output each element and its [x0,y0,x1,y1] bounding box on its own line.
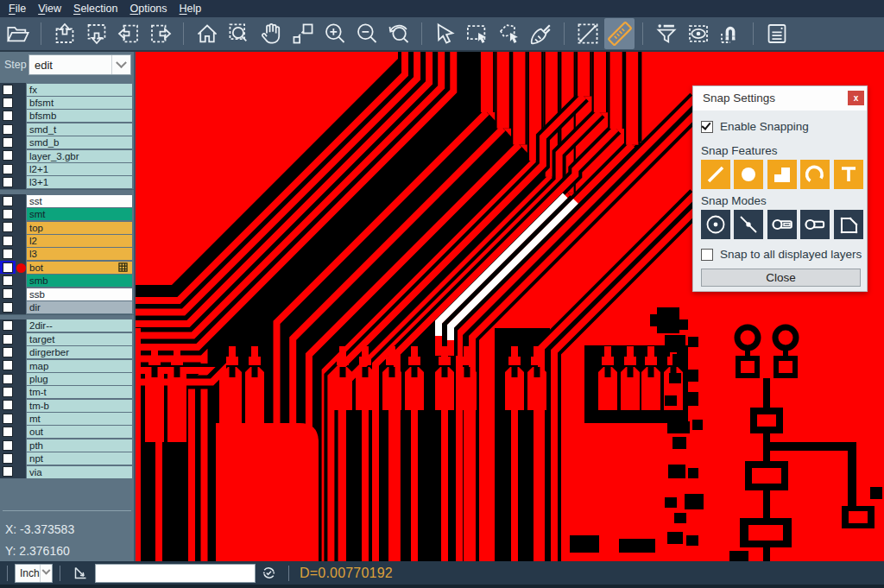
layer-row-pth[interactable]: pth [0,439,134,452]
menu-selection[interactable]: Selection [67,0,123,17]
layer-name[interactable]: target [27,333,132,345]
layer-row-bfsmb[interactable]: bfsmb [0,110,134,123]
layer-checkbox[interactable] [3,222,13,232]
layer-checkbox[interactable] [3,124,13,135]
layer-row-l2[interactable]: l2 [0,234,134,247]
layer-checkbox[interactable] [3,236,13,246]
layer-checkbox[interactable] [3,360,13,370]
enable-snapping-checkbox[interactable] [701,121,713,133]
import-top-icon[interactable] [49,18,79,49]
layer-checkbox[interactable] [3,150,13,161]
close-button[interactable]: Close [701,269,861,287]
import-left-icon[interactable] [113,18,143,49]
zoom-selection-icon[interactable] [287,18,318,49]
layer-row-dir[interactable]: dir [0,300,134,313]
clear-selection-icon[interactable] [526,18,556,49]
layer-checkbox[interactable] [3,98,13,108]
layer-name[interactable]: smd_b [27,136,132,149]
layer-name[interactable]: fx [27,84,132,96]
menu-file[interactable]: File [9,0,32,17]
layer-row-dirgerber[interactable]: dirgerber [0,345,134,358]
layer-checkbox[interactable] [3,85,13,95]
snap-magnet-icon[interactable] [715,18,745,49]
mode-contour-icon[interactable] [834,210,863,239]
layer-checkbox[interactable] [3,374,13,384]
layer-row-plug[interactable]: plug [0,372,134,385]
report-icon[interactable] [761,18,792,49]
mode-key-filled-icon[interactable] [767,210,797,239]
layer-row-bot[interactable]: bot [0,261,134,274]
menu-help[interactable]: Help [174,0,208,17]
snap-line-icon[interactable] [701,160,730,189]
layer-row-mt[interactable]: mt [0,412,134,425]
layer-checkbox[interactable] [3,164,13,174]
snap-pad-icon[interactable] [734,160,763,189]
layer-row-fx[interactable]: fx [0,83,134,96]
snap-text-icon[interactable] [834,160,863,189]
layer-name[interactable]: smb [27,275,132,287]
layer-row-npt[interactable]: npt [0,452,134,465]
layer-name[interactable]: l2 [27,235,132,247]
layer-checkbox[interactable] [3,427,13,437]
layer-name[interactable]: smd_t [27,123,132,136]
mode-midpoint-icon[interactable] [734,210,763,239]
layer-name[interactable]: l2+1 [27,163,132,175]
measure-ruler-icon[interactable] [604,18,635,49]
layer-name[interactable]: l3 [27,248,132,260]
layer-name[interactable]: l3+1 [27,176,132,188]
layer-name[interactable]: out [27,426,132,438]
layer-row-smd_t[interactable]: smd_t [0,123,134,136]
import-bottom-icon[interactable] [81,18,111,49]
layer-name[interactable]: 2dir-- [27,319,132,332]
layer-checkbox[interactable] [3,400,13,410]
layer-checkbox[interactable] [3,347,13,357]
layer-checkbox[interactable] [3,137,13,148]
snap-all-checkbox[interactable] [701,249,713,261]
layer-name[interactable]: dir [27,301,132,313]
layer-checkbox[interactable] [3,466,13,477]
layer-name[interactable]: plug [27,373,132,385]
layer-row-l3+1[interactable]: l3+1 [0,176,134,189]
layer-row-tm-b[interactable]: tm-b [0,399,134,412]
mode-center-icon[interactable] [701,210,730,239]
layer-row-smt[interactable]: smt [0,208,134,221]
dialog-title-bar[interactable]: Snap Settings x [693,86,867,111]
layer-checkbox[interactable] [3,249,13,259]
layer-checkbox[interactable] [3,414,13,424]
layer-name[interactable]: bfsmb [27,110,132,122]
measure-line-icon[interactable] [572,18,603,49]
layer-row-l2+1[interactable]: l2+1 [0,162,134,175]
view-box-icon[interactable] [683,18,713,49]
layer-checkbox[interactable] [3,262,13,273]
layer-name[interactable]: sst [27,195,132,207]
zoom-previous-icon[interactable] [383,18,414,49]
layer-row-sst[interactable]: sst [0,194,134,207]
layer-row-top[interactable]: top [0,221,134,234]
open-folder-icon[interactable] [3,18,33,49]
pan-hand-icon[interactable] [256,18,286,49]
select-rectangle-icon[interactable] [462,18,492,49]
chevron-down-icon[interactable] [40,565,52,582]
home-icon[interactable] [192,18,222,49]
layer-checkbox[interactable] [3,387,13,397]
unit-select[interactable]: Inch [15,564,53,583]
layer-row-l3[interactable]: l3 [0,248,134,261]
menu-view[interactable]: View [32,0,67,17]
layer-row-2dir--[interactable]: 2dir-- [0,319,134,332]
select-polygon-icon[interactable] [494,18,524,49]
layer-checkbox[interactable] [3,334,13,345]
layer-name[interactable]: tm-b [27,400,132,412]
layer-row-via[interactable]: via [0,465,134,478]
layer-row-layer_3.gbr[interactable]: layer_3.gbr [0,149,134,162]
layer-row-smb[interactable]: smb [0,274,134,287]
layer-row-bfsmt[interactable]: bfsmt [0,96,134,109]
snap-arc-icon[interactable] [800,160,830,189]
layer-row-smd_b[interactable]: smd_b [0,136,134,149]
layer-name[interactable]: pth [27,439,132,452]
layer-name[interactable]: bfsmt [27,97,132,109]
layer-checkbox[interactable] [3,275,13,286]
zoom-in-icon[interactable] [319,18,350,49]
layer-name[interactable]: smt [27,208,132,220]
layer-row-ssb[interactable]: ssb [0,288,134,300]
zoom-window-icon[interactable] [224,18,254,49]
